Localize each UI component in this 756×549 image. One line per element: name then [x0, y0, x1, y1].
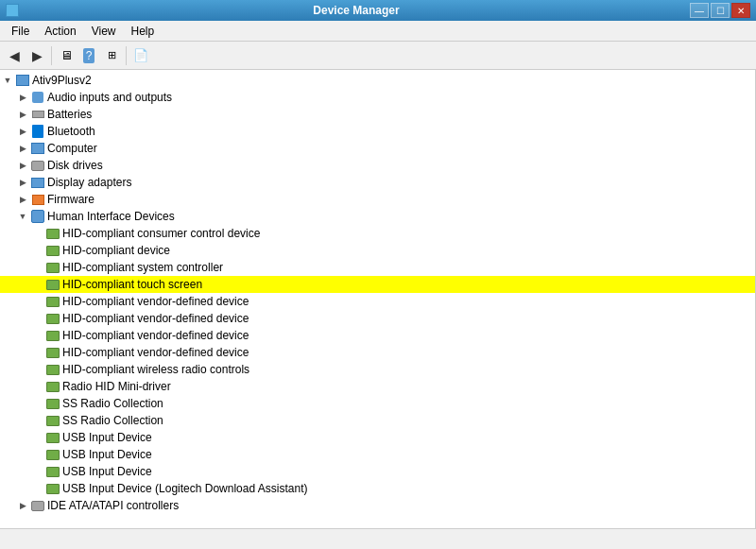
- hid-icon: [45, 464, 60, 479]
- expander-icon[interactable]: ▼: [15, 209, 30, 224]
- expander-placeholder: ▶: [30, 345, 45, 360]
- list-item[interactable]: ▶ IDE ATA/ATAPI controllers: [0, 497, 755, 514]
- list-item[interactable]: ▶ USB Input Device: [0, 446, 755, 463]
- hid-icon: [45, 277, 60, 292]
- list-item[interactable]: ▶ HID-compliant vendor-defined device: [0, 327, 755, 344]
- hid-icon: [45, 328, 60, 343]
- show-hide-button[interactable]: 🖥: [56, 45, 77, 66]
- update-button[interactable]: ⊞: [101, 45, 122, 66]
- expander-placeholder: ▶: [30, 447, 45, 462]
- tree-item-label: Human Interface Devices: [47, 210, 175, 223]
- disk-icon: [30, 158, 45, 173]
- hid-icon: [45, 226, 60, 241]
- list-item[interactable]: ▶ Computer: [0, 140, 755, 157]
- expander-icon[interactable]: ▶: [15, 498, 30, 513]
- app-icon: [6, 4, 19, 17]
- expander-icon[interactable]: ▶: [15, 141, 30, 156]
- list-item[interactable]: ▶ USB Input Device (Logitech Download As…: [0, 480, 755, 497]
- maximize-button[interactable]: ☐: [711, 3, 730, 18]
- tree-item-label: USB Input Device (Logitech Download Assi…: [62, 482, 307, 495]
- expander-placeholder: ▶: [30, 328, 45, 343]
- forward-button[interactable]: ▶: [26, 45, 47, 66]
- close-button[interactable]: ✕: [731, 3, 750, 18]
- tree-root[interactable]: ▼ Ativ9Plusv2: [0, 72, 755, 89]
- expander-icon[interactable]: ▶: [15, 192, 30, 207]
- hid-icon: [45, 311, 60, 326]
- tree-item-label: USB Input Device: [62, 431, 152, 444]
- hid-icon: [45, 362, 60, 377]
- hid-touch-screen-item[interactable]: ▶ HID-compliant touch screen: [0, 276, 755, 293]
- minimize-button[interactable]: —: [690, 3, 709, 18]
- update-icon: ⊞: [108, 49, 116, 61]
- expander-placeholder: ▶: [30, 464, 45, 479]
- expander-icon[interactable]: ▶: [15, 158, 30, 173]
- hid-icon: [45, 447, 60, 462]
- menu-bar: File Action View Help: [0, 21, 756, 42]
- tree-item-label: HID-compliant vendor-defined device: [62, 295, 249, 308]
- root-icon: [15, 73, 30, 88]
- title-bar: Device Manager — ☐ ✕: [0, 0, 756, 21]
- hid-icon: [45, 396, 60, 411]
- tree-item-label: Batteries: [47, 108, 92, 121]
- help-button[interactable]: 📄: [130, 45, 151, 66]
- computer-icon: [30, 141, 45, 156]
- expander-placeholder: ▶: [30, 396, 45, 411]
- list-item[interactable]: ▶ Audio inputs and outputs: [0, 89, 755, 106]
- expander-icon[interactable]: ▶: [15, 175, 30, 190]
- question-icon: ?: [83, 48, 95, 63]
- battery-icon: [30, 107, 45, 122]
- expander-icon[interactable]: ▶: [15, 107, 30, 122]
- properties-button[interactable]: ?: [78, 45, 99, 66]
- list-item[interactable]: ▼ Human Interface Devices: [0, 208, 755, 225]
- device-tree[interactable]: ▼ Ativ9Plusv2 ▶ Audio inputs and outputs…: [0, 70, 756, 528]
- list-item[interactable]: ▶ Radio HID Mini-driver: [0, 378, 755, 395]
- toolbar-separator-1: [51, 46, 52, 65]
- expander-placeholder: ▶: [30, 277, 45, 292]
- root-expander[interactable]: ▼: [0, 73, 15, 88]
- list-item[interactable]: ▶ Display adapters: [0, 174, 755, 191]
- list-item[interactable]: ▶ HID-compliant vendor-defined device: [0, 293, 755, 310]
- tree-item-label: SS Radio Collection: [62, 397, 163, 410]
- menu-view[interactable]: View: [84, 22, 124, 41]
- list-item[interactable]: ▶ HID-compliant wireless radio controls: [0, 361, 755, 378]
- expander-icon[interactable]: ▶: [15, 90, 30, 105]
- expander-placeholder: ▶: [30, 430, 45, 445]
- tree-item-label: HID-compliant wireless radio controls: [62, 363, 249, 376]
- tree-item-label: Audio inputs and outputs: [47, 91, 172, 104]
- tree-item-label: HID-compliant consumer control device: [62, 227, 260, 240]
- hid-icon: [45, 430, 60, 445]
- tree-item-label: SS Radio Collection: [62, 414, 163, 427]
- hid-icon: [45, 260, 60, 275]
- toolbar: ◀ ▶ 🖥 ? ⊞ 📄: [0, 42, 756, 70]
- list-item[interactable]: ▶ Batteries: [0, 106, 755, 123]
- ide-icon: [30, 498, 45, 513]
- list-item[interactable]: ▶ HID-compliant system controller: [0, 259, 755, 276]
- expander-placeholder: ▶: [30, 379, 45, 394]
- tree-item-label: HID-compliant device: [62, 244, 170, 257]
- list-item[interactable]: ▶ USB Input Device: [0, 429, 755, 446]
- list-item[interactable]: ▶ HID-compliant vendor-defined device: [0, 310, 755, 327]
- list-item[interactable]: ▶ Disk drives: [0, 157, 755, 174]
- list-item[interactable]: ▶ HID-compliant device: [0, 242, 755, 259]
- list-item[interactable]: ▶ USB Input Device: [0, 463, 755, 480]
- list-item[interactable]: ▶ HID-compliant vendor-defined device: [0, 344, 755, 361]
- list-item[interactable]: ▶ HID-compliant consumer control device: [0, 225, 755, 242]
- expander-placeholder: ▶: [30, 362, 45, 377]
- back-button[interactable]: ◀: [4, 45, 25, 66]
- expander-placeholder: ▶: [30, 260, 45, 275]
- list-item[interactable]: ▶ Bluetooth: [0, 123, 755, 140]
- toolbar-separator-2: [126, 46, 127, 65]
- list-item[interactable]: ▶ SS Radio Collection: [0, 395, 755, 412]
- tree-item-label: IDE ATA/ATAPI controllers: [47, 499, 179, 512]
- tree-item-label: HID-compliant vendor-defined device: [62, 312, 249, 325]
- tree-item-label: Radio HID Mini-driver: [62, 380, 171, 393]
- menu-help[interactable]: Help: [124, 22, 163, 41]
- list-item[interactable]: ▶ SS Radio Collection: [0, 412, 755, 429]
- menu-file[interactable]: File: [4, 22, 37, 41]
- tree-item-label: USB Input Device: [62, 465, 152, 478]
- menu-action[interactable]: Action: [37, 22, 83, 41]
- expander-icon[interactable]: ▶: [15, 124, 30, 139]
- tree-item-label: HID-compliant vendor-defined device: [62, 329, 249, 342]
- list-item[interactable]: ▶ Firmware: [0, 191, 755, 208]
- expander-icon: ▶: [30, 226, 45, 241]
